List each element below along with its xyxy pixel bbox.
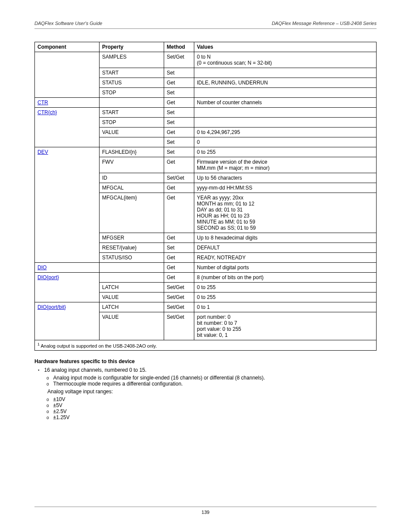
table-row: DIOGetNumber of digital ports: [35, 263, 377, 273]
table-row: STARTSet: [35, 68, 377, 78]
cell-component: [35, 312, 100, 340]
cell-property: STOP: [100, 118, 164, 128]
cell-method: Set/Get: [164, 292, 194, 302]
cell-property: STATUS/ISO: [100, 253, 164, 263]
cell-method: Get: [164, 78, 194, 88]
cell-component: [35, 137, 100, 147]
cell-values: [194, 108, 377, 118]
table-row: MFGCAL{item}GetYEAR as yyyy; 20xx MONTH …: [35, 193, 377, 233]
cell-values: YEAR as yyyy; 20xx MONTH as mm; 01 to 12…: [194, 193, 377, 233]
cell-method: Get: [164, 193, 194, 233]
cell-component: [35, 88, 100, 98]
cell-method: Set: [164, 147, 194, 157]
cell-property: MFGCAL: [100, 183, 164, 193]
cell-property: VALUE: [100, 292, 164, 302]
cell-values: 0 to N (0 = continuous scan; N = 32-bit): [194, 52, 377, 68]
cell-property: VALUE: [100, 312, 164, 340]
cell-property: RESET/{value}: [100, 243, 164, 253]
page-header: DAQFlex Software User's Guide DAQFlex Me…: [34, 21, 377, 29]
table-row: DIO{port}Get8 (number of bits on the por…: [35, 273, 377, 283]
cell-component: [35, 193, 100, 233]
cell-component: [35, 253, 100, 263]
cell-method: Set: [164, 108, 194, 118]
cell-property: FLASHLED/{n}: [100, 147, 164, 157]
cell-component: [35, 183, 100, 193]
table-row: STOPSet: [35, 88, 377, 98]
cell-component: [35, 292, 100, 302]
table-row: STOPSet: [35, 118, 377, 128]
cell-component: [35, 52, 100, 68]
cell-method: Set/Get: [164, 52, 194, 68]
cell-component: [35, 233, 100, 243]
cell-component[interactable]: DIO: [35, 263, 100, 273]
cell-method: Get: [164, 263, 194, 273]
cell-values: 0 to 255: [194, 147, 377, 157]
cell-values: [194, 88, 377, 98]
ranges-label: Analog voltage input ranges:: [44, 389, 377, 395]
cell-property: LATCH: [100, 302, 164, 312]
page-footer: 139: [34, 507, 377, 515]
hardware-specs: Hardware features specific to this devic…: [34, 358, 377, 420]
col-values: Values: [194, 42, 377, 52]
cell-values: 0: [194, 137, 377, 147]
cell-component[interactable]: DEV: [35, 147, 100, 157]
cell-method: Set/Get: [164, 283, 194, 292]
table-row: VALUEGet0 to 4,294,967,295: [35, 128, 377, 137]
hw-sub2: Thermocouple mode requires a differentia…: [53, 381, 377, 387]
cell-component[interactable]: CTR: [35, 98, 100, 108]
cell-values: 0 to 255: [194, 292, 377, 302]
table-row: DEVFLASHLED/{n}Set0 to 255: [35, 147, 377, 157]
cell-property: [100, 98, 164, 108]
table-row: LATCHSet/Get0 to 255: [35, 283, 377, 292]
cell-component: [35, 78, 100, 88]
cell-values: READY, NOTREADY: [194, 253, 377, 263]
table-row: FWVGetFirmware version of the device MM.…: [35, 157, 377, 173]
cell-values: [194, 118, 377, 128]
cell-component: [35, 173, 100, 183]
col-property: Property: [100, 42, 164, 52]
table-footnote: 1 Analog output is supported on the USB-…: [35, 340, 377, 351]
cell-property: START: [100, 108, 164, 118]
cell-property: STOP: [100, 88, 164, 98]
hw-main-item: 16 analog input channels, numbered 0 to …: [44, 367, 377, 420]
cell-values: DEFAULT: [194, 243, 377, 253]
cell-values: Number of digital ports: [194, 263, 377, 273]
cell-values: [194, 68, 377, 78]
cell-component[interactable]: DIO{port}: [35, 273, 100, 283]
table-row: STATUS/ISOGetREADY, NOTREADY: [35, 253, 377, 263]
cell-property: STATUS: [100, 78, 164, 88]
table-row: MFGCALGetyyyy-mm-dd HH:MM:SS: [35, 183, 377, 193]
hw-title: Hardware features specific to this devic…: [34, 358, 377, 364]
cell-component[interactable]: CTR{ch}: [35, 108, 100, 118]
cell-component: [35, 283, 100, 292]
cell-component[interactable]: DIO{port/bit}: [35, 302, 100, 312]
col-component: Component: [35, 42, 100, 52]
cell-component: [35, 118, 100, 128]
cell-component: [35, 243, 100, 253]
cell-property: SAMPLES: [100, 52, 164, 68]
header-left: DAQFlex Software User's Guide: [34, 21, 102, 26]
cell-method: Get: [164, 233, 194, 243]
cell-property: ID: [100, 173, 164, 183]
table-row: STATUSGetIDLE, RUNNING, UNDERRUN: [35, 78, 377, 88]
hw-sub1: Analog input mode is configurable for si…: [53, 375, 377, 381]
cell-values: 0 to 4,294,967,295: [194, 128, 377, 137]
cell-method: Set: [164, 68, 194, 78]
cell-method: Get: [164, 128, 194, 137]
cell-component: [35, 68, 100, 78]
table-row: MFGSERGetUp to 8 hexadecimal digits: [35, 233, 377, 243]
table-row: RESET/{value}SetDEFAULT: [35, 243, 377, 253]
cell-values: IDLE, RUNNING, UNDERRUN: [194, 78, 377, 88]
cell-values: 8 (number of bits on the port): [194, 273, 377, 283]
cell-property: [100, 273, 164, 283]
cell-property: START: [100, 68, 164, 78]
reference-table: Component Property Method Values SAMPLES…: [34, 42, 377, 351]
table-header-row: Component Property Method Values: [35, 42, 377, 52]
cell-method: Get: [164, 183, 194, 193]
range-item: ±10V: [53, 396, 377, 402]
cell-method: Set/Get: [164, 302, 194, 312]
footnote-marker: 1: [37, 342, 40, 346]
range-item: ±2.5V: [53, 408, 377, 414]
cell-property: FWV: [100, 157, 164, 173]
cell-property: MFGCAL{item}: [100, 193, 164, 233]
